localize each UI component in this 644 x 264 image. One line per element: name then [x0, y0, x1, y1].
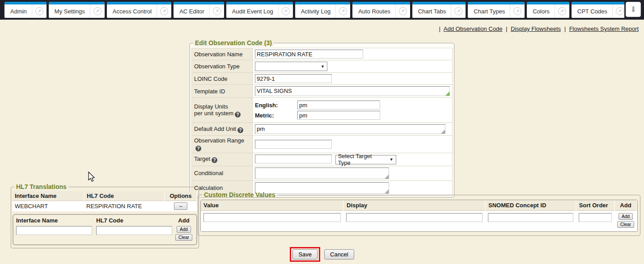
cdv-value-input[interactable] [203, 213, 341, 222]
observation-range-input[interactable] [255, 140, 332, 149]
down-arrow-icon: ⬇ [630, 5, 636, 14]
template-id-textarea[interactable]: VITAL SIGNS [255, 86, 450, 96]
popout-icon[interactable]: ↗ [510, 4, 525, 18]
flowsheets-system-report-link[interactable]: Flowsheets System Report [569, 25, 639, 32]
hl7-col-options: Options [165, 191, 197, 201]
top-tab-bar: Admin ↗ My Settings ↗ Access Control ↗ A… [0, 0, 644, 20]
hl7-add-button[interactable]: Add [177, 226, 191, 233]
resize-grip-icon[interactable] [445, 92, 449, 96]
hl7-col-code: HL7 Code [84, 191, 165, 201]
tab-chart-types[interactable]: Chart Types ↗ [468, 2, 525, 18]
default-add-unit-row: Default Add Unit pm [192, 123, 453, 136]
tab-auto-routes[interactable]: Auto Routes ↗ [352, 2, 410, 18]
add-observation-code-link[interactable]: Add Observation Code [444, 25, 503, 32]
observation-type-label: Observation Type [192, 60, 253, 73]
cdv-col-value: Value [201, 200, 343, 211]
link-separator: | [564, 25, 566, 32]
target-input[interactable] [255, 155, 332, 163]
popout-icon[interactable]: ↗ [278, 4, 293, 18]
cdv-clear-button[interactable]: Clear [617, 221, 634, 228]
custom-discrete-values-fieldset: Custom Discrete Values Value Display SNO… [198, 191, 640, 236]
tab-colors[interactable]: Colors ↗ [527, 2, 569, 18]
help-icon[interactable] [195, 146, 201, 151]
tab-label: Admin [10, 8, 32, 15]
default-add-unit-textarea[interactable]: pm [255, 124, 445, 134]
hl7-interface-name-input[interactable] [16, 226, 92, 235]
mouse-cursor [88, 172, 96, 184]
tab-admin[interactable]: Admin ↗ [4, 2, 47, 18]
hl7-add-col-interface-name: Interface Name [16, 217, 94, 224]
loinc-code-input[interactable] [255, 74, 332, 83]
resize-grip-icon[interactable] [441, 130, 445, 134]
english-units-input[interactable] [297, 101, 380, 109]
observation-name-label: Observation Name [192, 48, 253, 60]
help-icon[interactable] [237, 127, 243, 133]
help-icon[interactable] [235, 112, 241, 117]
cdv-snomed-input[interactable] [488, 213, 573, 222]
custom-discrete-values-box: Value Display SNOMED Concept ID Sort Ord… [200, 200, 638, 232]
cdv-add-button[interactable]: Add [619, 213, 633, 220]
tab-access-control[interactable]: Access Control ↗ [107, 2, 171, 18]
tab-label: Chart Tabs [418, 8, 451, 15]
save-button[interactable]: Save [292, 249, 318, 260]
conditional-textarea[interactable] [255, 168, 389, 179]
resize-grip-icon[interactable] [385, 175, 389, 179]
popout-icon[interactable]: ↗ [451, 4, 466, 18]
observation-name-row: Observation Name [192, 48, 453, 60]
popout-icon[interactable]: ↗ [335, 4, 350, 18]
cancel-button[interactable]: Cancel [324, 249, 354, 260]
tab-audit-event-log[interactable]: Audit Event Log ↗ [226, 2, 293, 18]
loinc-code-row: LOINC Code [192, 73, 453, 85]
observation-name-input[interactable] [255, 50, 363, 59]
display-units-label: Display Units per unit system [192, 98, 253, 123]
popout-icon[interactable]: ↗ [209, 4, 224, 18]
popout-icon[interactable]: ↗ [32, 4, 47, 18]
cdv-header-row: Value Display SNOMED Concept ID Sort Ord… [201, 200, 637, 211]
edit-observation-code-fieldset: Edit Observation Code (3) Observation Na… [190, 39, 454, 197]
popout-icon[interactable]: ↗ [612, 4, 624, 18]
metric-units-input[interactable] [297, 111, 380, 120]
cdv-col-sort-order: Sort Order [576, 200, 614, 211]
target-label: Target [192, 153, 253, 166]
help-icon[interactable] [212, 157, 217, 163]
popout-icon[interactable]: ↗ [555, 4, 569, 18]
tab-activity-log[interactable]: Activity Log ↗ [295, 2, 350, 18]
tab-ac-editor[interactable]: AC Editor ↗ [174, 2, 224, 18]
tab-label: Colors [533, 8, 555, 15]
english-units-label: English: [255, 102, 297, 109]
target-type-select[interactable]: Select Target Type ▼ [335, 155, 396, 164]
observation-type-select[interactable]: ▼ [255, 62, 327, 71]
hl7-col-interface-name: Interface Name [13, 191, 84, 201]
cdv-sort-order-input[interactable] [579, 213, 612, 222]
loinc-code-label: LOINC Code [192, 73, 253, 85]
conditional-label: Conditional [192, 166, 253, 180]
cdv-col-snomed: SNOMED Concept ID [485, 200, 576, 211]
footer-actions: Save Cancel [0, 247, 644, 262]
remove-translation-button[interactable]: − [174, 202, 187, 210]
tab-cpt-codes[interactable]: CPT Codes ↗ [572, 2, 624, 18]
tab-chart-tabs[interactable]: Chart Tabs ↗ [412, 2, 466, 18]
hl7-interface-name-cell: WEBCHART [13, 201, 84, 212]
cdv-col-add: Add [614, 200, 637, 211]
popout-icon[interactable]: ↗ [157, 4, 171, 18]
tab-label: Access Control [113, 8, 157, 15]
custom-discrete-values-legend: Custom Discrete Values [202, 191, 277, 198]
observation-range-row: Observation Range [192, 136, 453, 153]
default-add-unit-label-text: Default Add Unit [194, 126, 236, 132]
hl7-translation-row: WEBCHART RESPIRATION RATE − [13, 201, 197, 212]
tab-label: Audit Event Log [232, 8, 278, 15]
hl7-clear-button[interactable]: Clear [175, 234, 192, 241]
hl7-header-row: Interface Name HL7 Code Options [13, 191, 197, 201]
display-flowsheets-link[interactable]: Display Flowsheets [511, 25, 561, 32]
tab-overflow-button[interactable]: ⬇ [626, 2, 641, 17]
popout-icon[interactable]: ↗ [395, 4, 410, 18]
select-value: Select Target Type [338, 153, 386, 166]
cdv-input-row: Add Clear [201, 211, 637, 232]
tab-my-settings[interactable]: My Settings ↗ [49, 2, 105, 18]
hl7-code-input[interactable] [96, 226, 172, 235]
display-units-label-line2: per unit system [194, 110, 233, 117]
tab-label: AC Editor [179, 8, 209, 15]
popout-icon[interactable]: ↗ [90, 4, 105, 18]
cdv-display-input[interactable] [346, 213, 483, 222]
hl7-translations-legend: HL7 Translations [14, 183, 68, 190]
